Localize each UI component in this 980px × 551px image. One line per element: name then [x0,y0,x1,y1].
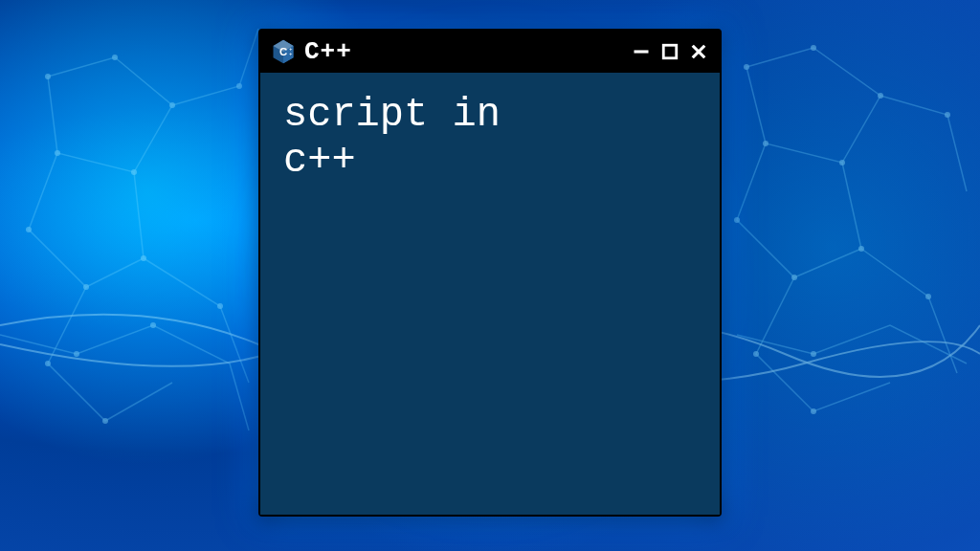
window-controls [630,40,710,63]
svg-point-18 [734,217,740,223]
svg-point-17 [945,112,950,118]
svg-point-11 [217,303,223,309]
svg-point-3 [131,169,137,175]
svg-point-4 [55,150,60,156]
svg-point-8 [141,255,146,261]
svg-point-15 [839,160,845,165]
titlebar[interactable]: C + + C++ [260,31,720,73]
terminal-content[interactable]: script in c++ [260,73,720,515]
minimize-button[interactable] [630,40,653,63]
svg-point-21 [753,351,759,357]
terminal-window: C + + C++ script in c++ [258,29,722,517]
svg-point-1 [112,55,118,60]
window-title: C++ [304,37,352,66]
svg-point-26 [811,351,816,357]
svg-point-14 [878,93,883,99]
svg-point-22 [811,408,816,414]
svg-point-20 [858,246,864,252]
cpp-app-icon: C + + [270,38,297,65]
svg-point-10 [102,418,108,424]
titlebar-left: C + + C++ [270,37,620,66]
close-button[interactable] [687,40,710,63]
svg-point-12 [744,64,749,70]
svg-point-2 [169,102,175,108]
svg-text:+: + [289,51,292,56]
svg-point-6 [26,227,32,232]
svg-point-9 [45,361,51,366]
svg-text:C: C [279,46,287,57]
svg-point-19 [791,275,797,280]
svg-point-16 [763,141,768,146]
svg-point-7 [83,284,89,290]
svg-rect-34 [663,45,677,58]
svg-point-25 [150,322,156,328]
maximize-button[interactable] [658,40,681,63]
content-text: script in c++ [283,92,697,185]
svg-point-5 [236,83,242,89]
svg-point-0 [45,74,51,79]
svg-point-23 [925,294,931,299]
svg-point-13 [811,45,816,51]
svg-point-24 [74,351,79,357]
